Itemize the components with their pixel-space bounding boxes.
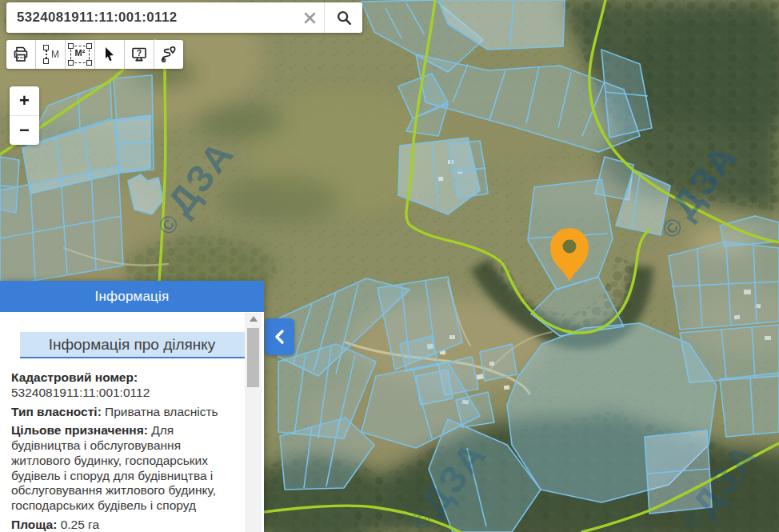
- zoom-in-button[interactable]: +: [10, 86, 39, 115]
- search-button[interactable]: [325, 2, 362, 33]
- scrollbar-thumb[interactable]: [247, 328, 259, 387]
- search-icon: [335, 9, 353, 26]
- clear-search-button[interactable]: [295, 2, 324, 33]
- close-icon: [304, 12, 316, 24]
- field-label: Цільове призначення:: [11, 423, 148, 437]
- field-label: Кадастровий номер:: [11, 370, 238, 386]
- cursor-icon: [100, 45, 119, 64]
- scrollbar-up-arrow-icon[interactable]: [245, 313, 262, 325]
- search-input[interactable]: [6, 2, 295, 33]
- route-button[interactable]: [154, 40, 183, 69]
- map-toolbar: M M² ?: [6, 40, 183, 69]
- cursor-button[interactable]: [95, 40, 125, 69]
- info-panel: Інформація Інформація про ділянку Кадаст…: [0, 281, 264, 532]
- identify-button[interactable]: ?: [125, 40, 154, 69]
- field-ownership-type: Тип власності: Приватна власність: [11, 405, 238, 420]
- measure-distance-button[interactable]: M: [36, 40, 66, 69]
- zoom-control: + −: [10, 86, 39, 145]
- monitor-help-icon: ?: [130, 45, 149, 64]
- measure-area-button[interactable]: M²: [66, 40, 95, 69]
- field-area: Площа: 0.25 га: [11, 518, 238, 532]
- field-cadastral-number: Кадастровий номер: 5324081911:11:001:011…: [11, 370, 238, 401]
- print-button[interactable]: [6, 40, 36, 69]
- svg-text:?: ?: [137, 49, 142, 58]
- field-designated-purpose: Цільове призначення: Для будівництва і о…: [11, 423, 238, 514]
- printer-icon: [11, 45, 30, 64]
- measure-area-icon: M²: [70, 46, 90, 63]
- field-value: Приватна власність: [105, 405, 218, 418]
- zoom-out-button[interactable]: −: [10, 116, 39, 145]
- route-icon: [159, 45, 178, 64]
- field-value: 0.25 га: [61, 518, 99, 531]
- search-bar: [6, 2, 362, 33]
- field-label: Тип власності:: [11, 405, 102, 418]
- info-panel-header: Інформація: [0, 281, 264, 312]
- panel-collapse-button[interactable]: [265, 318, 294, 355]
- field-value: 5324081911:11:001:0112: [11, 386, 238, 401]
- panel-scrollbar[interactable]: [245, 313, 262, 532]
- info-panel-body: Інформація про ділянку Кадастровий номер…: [0, 312, 264, 532]
- cadastral-map-app: ДЗА © ДЗА © ДЗА © ДЗА ©: [0, 0, 779, 532]
- chevron-left-icon: [272, 326, 288, 348]
- measure-distance-icon: M: [42, 46, 58, 63]
- parcel-details: Кадастровий номер: 5324081911:11:001:011…: [0, 358, 258, 532]
- section-title: Інформація про ділянку: [20, 332, 245, 358]
- field-label: Площа:: [11, 518, 57, 531]
